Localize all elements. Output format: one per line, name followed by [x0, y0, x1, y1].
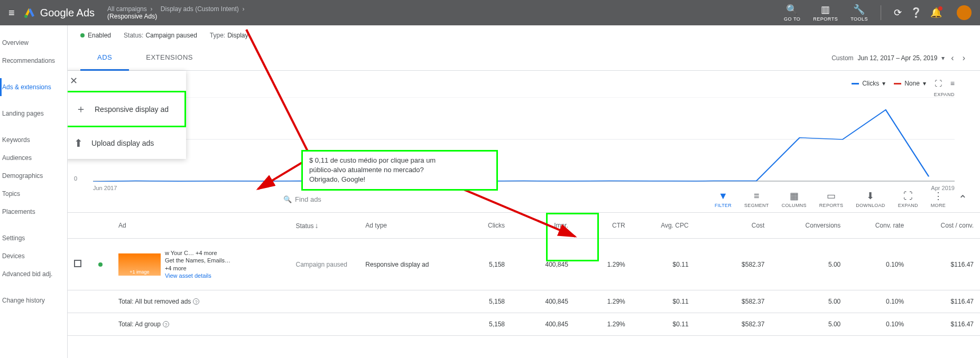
row-clicks: 5,158: [454, 239, 511, 290]
col-status[interactable]: Status↓: [290, 213, 359, 239]
plus-icon: ＋: [76, 102, 86, 116]
reports-icon: ▥: [821, 4, 830, 15]
col-ad[interactable]: Ad: [112, 213, 290, 239]
more-button[interactable]: ⋮MORE: [931, 190, 946, 208]
expand-button[interactable]: ⛶EXPAND: [898, 191, 918, 208]
date-prev-icon[interactable]: ‹: [949, 51, 956, 65]
tab-extensions[interactable]: EXTENSIONS: [129, 45, 210, 71]
xtick-start: Jun 2017: [93, 185, 117, 191]
chevron-down-icon: ▾: [941, 54, 945, 62]
chart-area: Clicks▾ None▾ ⛶ ≡ EXPAND 3,000 1,500 0 J…: [68, 71, 980, 186]
metric-clicks[interactable]: Clicks▾: [852, 80, 885, 87]
table-total-row: Total: All but removed ads? 5,158 400,84…: [68, 290, 980, 313]
status-dot-icon: [80, 33, 85, 37]
sidebar-item-change-history[interactable]: Change history: [0, 291, 67, 309]
col-costconv[interactable]: Cost / conv.: [910, 213, 980, 239]
help-icon[interactable]: ❔: [910, 7, 922, 18]
filter-button[interactable]: ▼FILTER: [715, 191, 732, 208]
col-cost[interactable]: Cost: [695, 213, 771, 239]
info-icon[interactable]: ?: [193, 298, 199, 305]
logo[interactable]: Google Ads: [23, 6, 95, 19]
status-enabled[interactable]: Enabled: [80, 32, 111, 39]
table-wrap: Ad Status↓ Ad type Clicks Impr. CTR Avg.…: [68, 213, 980, 336]
sidebar-item-ads-extensions[interactable]: Ads & extensions: [0, 78, 67, 96]
tab-ads[interactable]: ADS: [80, 45, 129, 71]
table-total-row: Total: Ad group? 5,158 400,845 1.29% $0.…: [68, 313, 980, 336]
tools-button[interactable]: 🔧TOOLS: [850, 4, 868, 22]
chart[interactable]: 3,000 1,500 0 Jun 2017 Apr 2019: [93, 97, 955, 182]
download-button[interactable]: ⬇DOWNLOAD: [856, 190, 885, 208]
top-tools: 🔍GO TO ▥REPORTS 🔧TOOLS ⟳ ❔ 🔔: [784, 4, 972, 22]
sidebar-item-landing-pages[interactable]: Landing pages: [0, 105, 67, 123]
row-costconv: $116.47: [910, 239, 980, 290]
sidebar-item-settings[interactable]: Settings: [0, 229, 67, 247]
sidebar-item-placements[interactable]: Placements: [0, 203, 67, 221]
status-value: Campaign paused: [145, 32, 197, 39]
menu-icon[interactable]: ≡: [8, 7, 15, 19]
ad-preview[interactable]: +1 image w Your C… +4 more Get the Names…: [118, 249, 283, 279]
info-icon[interactable]: ?: [163, 321, 169, 327]
expand-icon: ⛶: [903, 191, 913, 202]
col-avgcpc[interactable]: Avg. CPC: [632, 213, 695, 239]
col-ctr[interactable]: CTR: [575, 213, 632, 239]
row-checkbox[interactable]: [74, 260, 81, 267]
download-icon: ⬇: [866, 190, 874, 202]
main: Enabled Status:Campaign paused Type:Disp…: [68, 25, 980, 358]
search-icon: 🔍: [786, 4, 798, 15]
adjust-chart-icon[interactable]: ≡: [950, 79, 955, 88]
responsive-display-ad-option[interactable]: ＋ Responsive display ad: [68, 91, 186, 127]
reports-button[interactable]: ▭REPORTS: [819, 190, 843, 208]
sidebar: Overview Recommendations Ads & extension…: [0, 25, 68, 358]
date-next-icon[interactable]: ›: [960, 51, 967, 65]
sidebar-item-recommendations[interactable]: Recommendations: [0, 52, 67, 70]
refresh-icon[interactable]: ⟳: [894, 7, 902, 18]
swatch-blue-icon: [852, 83, 859, 84]
row-cost: $582.37: [695, 239, 771, 290]
more-icon: ⋮: [933, 190, 943, 202]
sidebar-item-advanced-bid[interactable]: Advanced bid adj.: [0, 265, 67, 283]
columns-icon: ▦: [790, 190, 799, 202]
reports-button[interactable]: ▥REPORTS: [813, 4, 838, 22]
sidebar-item-keywords[interactable]: Keywords: [0, 131, 67, 149]
goto-button[interactable]: 🔍GO TO: [784, 4, 800, 22]
status-dot-icon: [98, 262, 103, 267]
col-convrate[interactable]: Conv. rate: [847, 213, 910, 239]
row-avgcpc: $0.11: [632, 239, 695, 290]
col-clicks[interactable]: Clicks: [454, 213, 511, 239]
daterange[interactable]: Custom Jun 12, 2017 – Apr 25, 2019 ▾ ‹ ›: [831, 51, 967, 65]
breadcrumb-all-campaigns[interactable]: All campaigns ›: [107, 5, 152, 13]
row-conversions: 5.00: [771, 239, 847, 290]
row-status: Campaign paused: [290, 239, 359, 290]
sort-down-icon: ↓: [315, 221, 319, 230]
collapse-caret-icon[interactable]: ⌃: [958, 193, 967, 205]
upload-icon: ⬆: [74, 137, 83, 149]
sidebar-item-devices[interactable]: Devices: [0, 247, 67, 265]
row-convrate: 0.10%: [847, 239, 910, 290]
upload-display-ads-option[interactable]: ⬆ Upload display ads: [68, 127, 186, 159]
close-icon[interactable]: ✕: [68, 71, 186, 91]
chart-icon: ▭: [827, 190, 836, 202]
segment-button[interactable]: ≡SEGMENT: [744, 191, 769, 208]
sidebar-item-topics[interactable]: Topics: [0, 185, 67, 203]
view-asset-details-link[interactable]: View asset details: [165, 272, 230, 279]
breadcrumb-adgroup[interactable]: (Responsive Ads): [107, 13, 157, 20]
col-impr[interactable]: Impr.: [511, 213, 575, 239]
sidebar-item-overview[interactable]: Overview: [0, 34, 67, 52]
col-conversions[interactable]: Conversions: [771, 213, 847, 239]
type-value: Display: [227, 32, 248, 39]
metric-none[interactable]: None▾: [894, 80, 926, 87]
sidebar-item-audiences[interactable]: Audiences: [0, 149, 67, 167]
find-ads-search[interactable]: 🔍Find ads: [283, 195, 321, 203]
chevron-down-icon: ▾: [882, 80, 885, 87]
col-adtype[interactable]: Ad type: [359, 213, 454, 239]
type-label: Type:: [210, 32, 225, 39]
avatar[interactable]: [957, 5, 972, 20]
expand-chart-icon[interactable]: ⛶: [935, 79, 942, 88]
columns-button[interactable]: ▦COLUMNS: [782, 190, 807, 208]
notifications-icon[interactable]: 🔔: [930, 7, 942, 18]
segment-icon: ≡: [754, 191, 760, 202]
table-row[interactable]: +1 image w Your C… +4 more Get the Names…: [68, 239, 980, 290]
annotation-callout: $ 0,11 de custo médio por clique para um…: [301, 150, 498, 191]
sidebar-item-demographics[interactable]: Demographics: [0, 167, 67, 185]
breadcrumb-campaign[interactable]: Display ads (Custom Intent) ›: [161, 5, 245, 13]
